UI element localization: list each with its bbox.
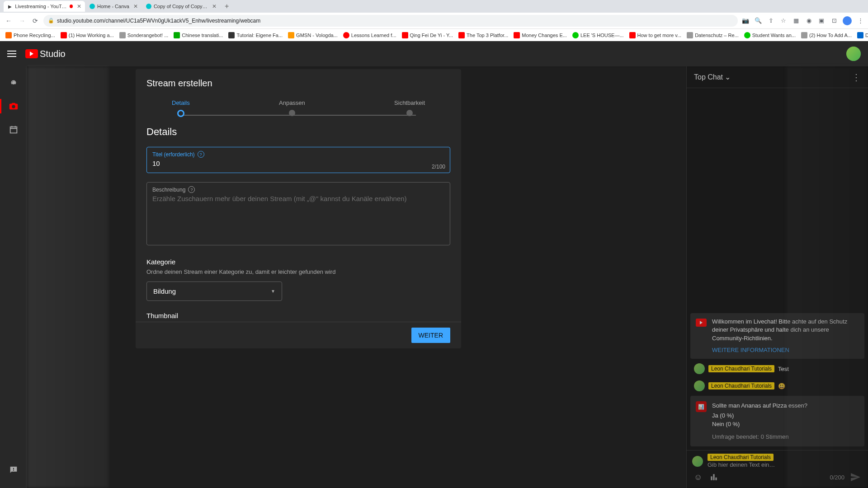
bookmark-favicon — [572, 32, 579, 38]
bookmark-item[interactable]: Student Wants an... — [742, 31, 797, 39]
step-label: Sichtbarkeit — [394, 99, 425, 106]
bookmark-item[interactable]: Lessons Learned f... — [341, 31, 398, 39]
bookmark-item[interactable]: (2) How To Add A... — [799, 31, 854, 39]
tab-title: Home - Canva — [97, 4, 129, 9]
bookmark-favicon — [458, 32, 465, 38]
thumbnail-heading: Thumbnail — [146, 312, 450, 319]
close-icon[interactable]: ✕ — [212, 3, 217, 9]
bookmark-item[interactable]: Qing Fei De Yi - Y... — [400, 31, 455, 39]
bookmark-favicon — [402, 32, 408, 38]
bookmark-favicon — [61, 32, 67, 38]
bookmark-favicon — [5, 32, 12, 38]
modal-body[interactable]: Details Titel (erforderlich) ? 2/100 Bes… — [136, 117, 461, 322]
step-circle-icon — [177, 110, 184, 117]
bookmark-item[interactable]: How to get more v... — [627, 31, 684, 39]
bookmark-item[interactable]: Chinese translati... — [172, 31, 225, 39]
bookmark-item[interactable]: LEE 'S HOUSE—... — [571, 31, 626, 39]
browser-tab[interactable]: ▶ Livestreaming - YouTube S ✕ — [4, 1, 85, 12]
left-nav-rail — [0, 66, 27, 488]
bookmark-item[interactable]: Sonderangebot! ... — [118, 31, 170, 39]
step-label: Details — [172, 99, 190, 106]
profile-icon[interactable] — [843, 16, 852, 25]
title-input[interactable] — [152, 158, 444, 169]
tab-strip: ▶ Livestreaming - YouTube S ✕ Home - Can… — [0, 0, 868, 13]
bookmark-item[interactable]: Datenschutz – Re... — [685, 31, 741, 39]
create-stream-modal: Stream erstellen Details Anpassen Sichtb… — [136, 69, 461, 348]
feedback-nav-item[interactable] — [3, 459, 24, 481]
bookmark-favicon — [174, 32, 180, 38]
help-icon[interactable]: ? — [198, 151, 204, 158]
close-icon[interactable]: ✕ — [133, 3, 138, 9]
canva-favicon — [146, 4, 151, 9]
lock-icon: 🔒 — [48, 18, 54, 23]
logo-text: Studio — [40, 49, 66, 59]
preview-blur — [787, 66, 868, 488]
bookmark-favicon — [514, 32, 520, 38]
bookmark-item[interactable]: GMSN - Vologda... — [286, 31, 340, 39]
bookmark-favicon — [801, 32, 807, 38]
category-desc: Ordne deinen Stream einer Kategorie zu, … — [146, 268, 450, 275]
url-input[interactable]: 🔒 studio.youtube.com/channel/UC1a5FWVn0g… — [43, 15, 738, 27]
bookmark-item[interactable]: Money Changes E... — [512, 31, 569, 39]
reload-button[interactable]: ⟳ — [31, 15, 40, 26]
webcam-nav-item[interactable] — [3, 95, 24, 117]
extension-icon[interactable]: ⊡ — [830, 17, 838, 25]
camera-icon — [9, 101, 19, 111]
feedback-icon — [9, 465, 19, 475]
close-icon[interactable]: ✕ — [77, 3, 81, 9]
chrome-toolbar-icons: 📷 🔍 ⇧ ☆ ▦ ◉ ▣ ⊡ ⋮ — [741, 16, 864, 25]
youtube-favicon: ▶ — [7, 3, 13, 9]
bookmark-favicon — [687, 32, 693, 38]
bookmark-favicon — [857, 32, 863, 38]
bookmark-item[interactable]: The Top 3 Platfor... — [457, 31, 510, 39]
zoom-icon[interactable]: 🔍 — [754, 17, 762, 25]
new-tab-button[interactable]: + — [221, 2, 232, 10]
bookmark-item[interactable]: Download - Cooki... — [855, 31, 868, 39]
address-bar: ← → ⟳ 🔒 studio.youtube.com/channel/UC1a5… — [0, 13, 868, 28]
menu-icon[interactable]: ⋮ — [856, 17, 864, 25]
bookmark-favicon — [343, 32, 349, 38]
recording-indicator-icon — [70, 5, 73, 8]
modal-title: Stream erstellen — [136, 69, 461, 94]
bookmark-item[interactable]: Tutorial: Eigene Fa... — [226, 31, 284, 39]
step-customize[interactable]: Anpassen — [279, 99, 305, 117]
tab-title: Copy of Copy of Copy of Cop — [154, 4, 208, 9]
chevron-down-icon: ▼ — [271, 289, 275, 294]
next-button[interactable]: WEITER — [411, 328, 450, 343]
studio-header: Studio — [0, 41, 868, 66]
step-visibility[interactable]: Sichtbarkeit — [394, 99, 425, 117]
browser-tab[interactable]: Home - Canva ✕ — [86, 1, 142, 12]
user-avatar[interactable] — [846, 47, 861, 61]
help-icon[interactable]: ? — [188, 186, 195, 193]
step-details[interactable]: Details — [172, 99, 190, 117]
hamburger-menu-icon[interactable] — [7, 48, 18, 59]
canva-favicon — [90, 4, 95, 9]
browser-chrome: ▶ Livestreaming - YouTube S ✕ Home - Can… — [0, 0, 868, 28]
bookmark-favicon — [744, 32, 750, 38]
share-icon[interactable]: ⇧ — [767, 17, 775, 25]
star-icon[interactable]: ☆ — [779, 17, 788, 25]
bookmark-favicon — [119, 32, 126, 38]
bookmark-item[interactable]: Phone Recycling... — [4, 31, 57, 39]
extension-icon[interactable]: ◉ — [805, 17, 813, 25]
title-field[interactable]: Titel (erforderlich) ? 2/100 — [146, 147, 450, 173]
broadcast-icon — [9, 78, 19, 88]
stepper: Details Anpassen Sichtbarkeit — [136, 94, 461, 117]
description-field[interactable]: Beschreibung ? Erzähle Zuschauern mehr ü… — [146, 182, 450, 245]
back-button[interactable]: ← — [4, 15, 14, 26]
extension-icon[interactable]: ▦ — [792, 17, 800, 25]
category-select[interactable]: Bildung ▼ — [146, 282, 282, 301]
camera-icon[interactable]: 📷 — [741, 17, 750, 25]
studio-logo[interactable]: Studio — [25, 49, 66, 59]
modal-footer: WEITER — [136, 322, 461, 348]
manage-nav-item[interactable] — [3, 119, 24, 141]
section-heading: Details — [146, 126, 450, 138]
bookmark-favicon — [629, 32, 636, 38]
forward-button[interactable]: → — [17, 15, 27, 26]
stream-nav-item[interactable] — [3, 72, 24, 94]
step-circle-icon — [406, 110, 413, 116]
preview-blur — [27, 66, 108, 488]
extension-icon[interactable]: ▣ — [817, 17, 826, 25]
bookmark-item[interactable]: (1) How Working a... — [59, 31, 116, 39]
browser-tab[interactable]: Copy of Copy of Copy of Cop ✕ — [142, 1, 220, 12]
